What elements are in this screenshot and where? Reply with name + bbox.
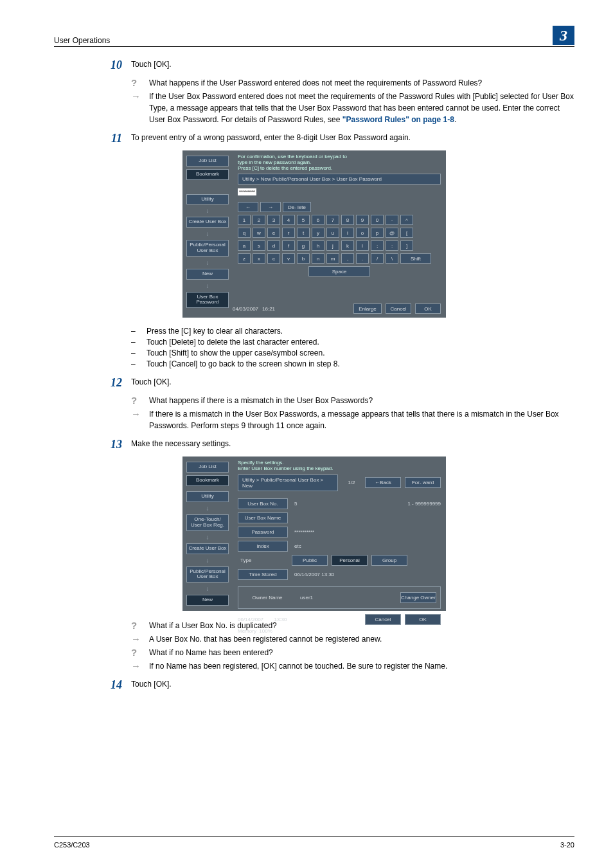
- left-arrow-key[interactable]: ←: [238, 202, 258, 212]
- question-icon: ?: [131, 77, 149, 89]
- user-box-password-button[interactable]: User Box Password: [186, 292, 229, 309]
- date-label: 04/03/2007: [233, 306, 258, 312]
- key-,[interactable]: ,: [341, 253, 354, 264]
- shift-key[interactable]: Shift: [400, 253, 431, 264]
- key-\[interactable]: \: [386, 253, 398, 264]
- delete-key[interactable]: De- lete: [283, 202, 311, 212]
- key-k[interactable]: k: [341, 240, 354, 251]
- right-arrow-key[interactable]: →: [260, 202, 281, 212]
- key-s[interactable]: s: [253, 240, 265, 251]
- key-;[interactable]: ;: [371, 240, 384, 251]
- back-button[interactable]: ←Back: [365, 477, 401, 488]
- key-c[interactable]: c: [267, 253, 280, 264]
- enlarge-button[interactable]: Enlarge: [353, 303, 382, 314]
- key-b[interactable]: b: [297, 253, 310, 264]
- new-button[interactable]: New: [186, 595, 229, 606]
- key-f[interactable]: f: [282, 240, 295, 251]
- key-3[interactable]: 3: [267, 215, 280, 225]
- key-p[interactable]: p: [371, 228, 384, 238]
- time-stored-value: 06/14/2007 13:30: [292, 572, 334, 577]
- step-number: 10: [105, 59, 131, 72]
- utility-button[interactable]: Utility: [186, 491, 229, 502]
- key-j[interactable]: j: [326, 240, 339, 251]
- down-arrow-icon: ↓: [186, 557, 229, 564]
- space-key[interactable]: Space: [308, 266, 370, 276]
- key-^[interactable]: ^: [400, 215, 413, 225]
- create-user-box-button[interactable]: Create User Box: [186, 217, 229, 228]
- new-button[interactable]: New: [186, 269, 229, 280]
- key-w[interactable]: w: [253, 228, 265, 238]
- footer-page: 3-20: [560, 841, 574, 849]
- key-e[interactable]: e: [267, 228, 280, 238]
- key-u[interactable]: u: [326, 228, 339, 238]
- answer-text: If no Name has been registered, [OK] can…: [149, 660, 574, 672]
- forward-button[interactable]: For- ward: [405, 477, 441, 488]
- password-label[interactable]: Password: [238, 527, 288, 538]
- key-:[interactable]: :: [386, 240, 398, 251]
- key-a[interactable]: a: [238, 240, 251, 251]
- password-rules-link[interactable]: "Password Rules" on page 1-8: [342, 115, 454, 124]
- key-l[interactable]: l: [356, 240, 369, 251]
- key-q[interactable]: q: [238, 228, 251, 238]
- bookmark-button[interactable]: Bookmark: [186, 475, 229, 486]
- time-stored-label[interactable]: Time Stored: [238, 569, 288, 580]
- answer-text: If there is a mismatch in the User Box P…: [149, 408, 574, 431]
- cancel-button[interactable]: Cancel: [386, 303, 411, 314]
- index-value: etc: [292, 543, 301, 549]
- user-box-no-value: 5: [292, 501, 297, 507]
- key-4[interactable]: 4: [282, 215, 295, 225]
- key-6[interactable]: 6: [312, 215, 324, 225]
- job-list-button[interactable]: Job List: [186, 156, 229, 167]
- job-list-button[interactable]: Job List: [186, 462, 229, 473]
- type-personal[interactable]: Personal: [332, 555, 368, 566]
- user-box-name-label[interactable]: User Box Name: [238, 512, 288, 523]
- key-9[interactable]: 9: [356, 215, 369, 225]
- public-personal-button[interactable]: Public/Personal User Box: [186, 566, 229, 583]
- password-input[interactable]: ********: [238, 188, 256, 195]
- key-@[interactable]: @: [386, 228, 398, 238]
- password-value: **********: [292, 529, 314, 535]
- key-5[interactable]: 5: [297, 215, 310, 225]
- key-o[interactable]: o: [356, 228, 369, 238]
- ok-button[interactable]: OK: [415, 303, 441, 314]
- index-label[interactable]: Index: [238, 541, 288, 552]
- type-group[interactable]: Group: [371, 555, 407, 566]
- key--[interactable]: -: [386, 215, 398, 225]
- key-/[interactable]: /: [371, 253, 384, 264]
- key-0[interactable]: 0: [371, 215, 384, 225]
- key-y[interactable]: y: [312, 228, 324, 238]
- key-1[interactable]: 1: [238, 215, 251, 225]
- key-i[interactable]: i: [341, 228, 354, 238]
- create-user-box-button[interactable]: Create User Box: [186, 543, 229, 554]
- key-d[interactable]: d: [267, 240, 280, 251]
- key-][interactable]: ]: [400, 240, 413, 251]
- change-owner-button[interactable]: Change Owner: [400, 592, 436, 603]
- one-touch-button[interactable]: One-Touch/ User Box Reg.: [186, 514, 229, 531]
- ok-button[interactable]: OK: [405, 614, 441, 625]
- public-personal-button[interactable]: Public/Personal User Box: [186, 240, 229, 257]
- answer-icon: →: [131, 660, 149, 672]
- key-8[interactable]: 8: [341, 215, 354, 225]
- key-t[interactable]: t: [297, 228, 310, 238]
- key-r[interactable]: r: [282, 228, 295, 238]
- key-v[interactable]: v: [282, 253, 295, 264]
- question-text: What happens if the User Password entere…: [149, 77, 574, 89]
- user-box-no-label[interactable]: User Box No.: [238, 498, 288, 509]
- bookmark-button[interactable]: Bookmark: [186, 169, 229, 180]
- key-g[interactable]: g: [297, 240, 310, 251]
- key-7[interactable]: 7: [326, 215, 339, 225]
- key-2[interactable]: 2: [253, 215, 265, 225]
- key-[[interactable]: [: [400, 228, 413, 238]
- utility-button[interactable]: Utility: [186, 194, 229, 205]
- key-z[interactable]: z: [238, 253, 251, 264]
- cancel-button[interactable]: Cancel: [365, 614, 401, 625]
- question-icon: ?: [131, 620, 149, 631]
- down-arrow-icon: ↓: [186, 282, 229, 289]
- type-public[interactable]: Public: [292, 555, 328, 566]
- step-text: Touch [OK].: [131, 678, 574, 692]
- key-h[interactable]: h: [312, 240, 324, 251]
- key-m[interactable]: m: [326, 253, 339, 264]
- key-x[interactable]: x: [253, 253, 265, 264]
- key-n[interactable]: n: [312, 253, 324, 264]
- key-.[interactable]: .: [356, 253, 369, 264]
